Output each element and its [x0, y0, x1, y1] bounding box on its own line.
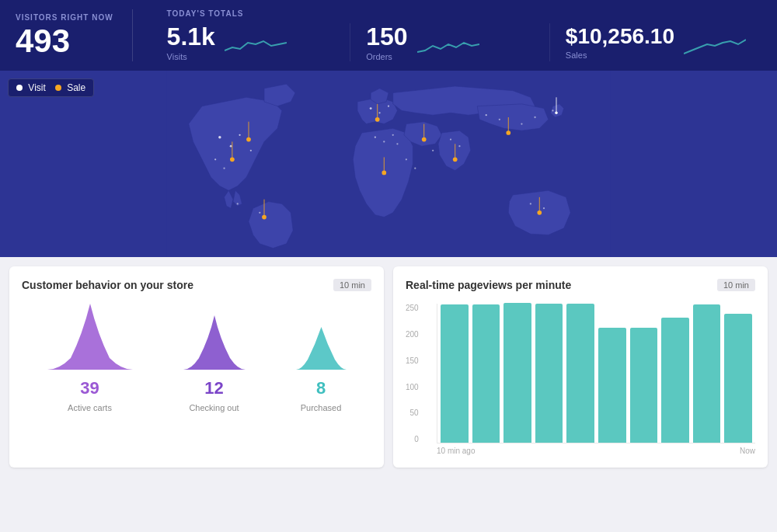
orders-sparkline	[417, 29, 479, 57]
svg-point-17	[414, 168, 416, 169]
active-carts-curve	[44, 288, 137, 374]
svg-point-25	[552, 110, 553, 111]
pageviews-header: Real-time pageviews per minute 10 min	[406, 279, 755, 291]
bar-3	[503, 303, 531, 443]
svg-point-20	[458, 145, 460, 147]
svg-point-7	[237, 203, 239, 204]
pageviews-panel: Real-time pageviews per minute 10 min 25…	[393, 266, 768, 468]
sale-legend-item: Sale	[55, 82, 85, 93]
svg-point-9	[370, 107, 372, 110]
sales-sparkline	[684, 29, 746, 57]
y-label-0: 0	[414, 435, 419, 443]
svg-point-26	[530, 203, 531, 204]
visits-value: 5.1k	[167, 23, 215, 50]
pageviews-title: Real-time pageviews per minute	[406, 279, 571, 291]
svg-point-4	[250, 150, 252, 151]
map-svg	[0, 71, 777, 257]
sales-metric: $10,256.10 Sales	[550, 23, 761, 61]
svg-point-22	[499, 119, 500, 120]
y-label-200: 200	[406, 330, 419, 339]
svg-point-33	[262, 215, 267, 220]
orders-metric: 150 Orders	[350, 23, 550, 61]
active-carts-item: 39 Active carts	[44, 288, 137, 412]
bar-6	[598, 328, 626, 443]
visitors-stat: VISITORS RIGHT NOW 493	[16, 9, 133, 61]
svg-point-45	[555, 112, 557, 114]
checking-out-curve	[179, 288, 249, 374]
purchased-label: Purchased	[301, 403, 342, 412]
svg-point-3	[239, 134, 240, 136]
svg-point-1	[218, 136, 221, 138]
visitors-value: 493	[16, 25, 113, 57]
svg-point-19	[450, 139, 451, 141]
bottom-panels: Customer behavior on your store 10 min 3…	[0, 257, 777, 477]
sales-value: $10,256.10	[566, 25, 674, 49]
svg-point-16	[406, 158, 407, 160]
orders-label: Orders	[366, 52, 407, 61]
svg-point-43	[506, 130, 510, 135]
bar-9	[693, 304, 721, 443]
bar-10	[724, 314, 752, 443]
world-map: Visit Sale	[0, 71, 777, 257]
svg-point-14	[392, 134, 394, 136]
svg-point-18	[432, 150, 434, 151]
bar-8	[661, 318, 689, 443]
y-label-50: 50	[410, 409, 419, 417]
pageviews-badge: 10 min	[717, 279, 755, 291]
svg-point-27	[543, 207, 545, 209]
pageviews-chart-wrapper: 250 200 150 100 50 0	[406, 304, 755, 455]
purchased-curve	[292, 288, 350, 374]
svg-point-39	[382, 171, 386, 176]
checking-out-label: Checking out	[189, 403, 239, 412]
bar-1	[441, 304, 469, 443]
x-axis: 10 min ago Now	[437, 443, 755, 455]
checking-out-item: 12 Checking out	[179, 288, 249, 412]
svg-point-8	[259, 212, 260, 214]
checking-out-value: 12	[204, 378, 223, 398]
svg-point-2	[230, 145, 232, 148]
visit-legend-item: Visit	[16, 82, 46, 93]
bar-2	[472, 304, 500, 443]
active-carts-label: Active carts	[68, 403, 112, 412]
bar-4	[535, 304, 563, 443]
svg-point-23	[521, 123, 522, 125]
behavior-chart: 39 Active carts 12 Checking out 8 Purcha…	[22, 304, 371, 412]
visit-dot	[16, 85, 23, 91]
svg-point-13	[383, 141, 385, 142]
y-label-250: 250	[406, 304, 419, 312]
visits-metric: 5.1k Visits	[152, 23, 351, 61]
svg-point-15	[396, 143, 398, 144]
svg-point-10	[378, 112, 380, 113]
svg-point-41	[453, 158, 458, 162]
visits-label: Visits	[167, 52, 215, 61]
visitors-label: VISITORS RIGHT NOW	[16, 13, 113, 22]
bar-7	[630, 328, 658, 443]
active-carts-value: 39	[80, 378, 99, 398]
bar-5	[566, 304, 594, 443]
purchased-item: 8 Purchased	[292, 288, 350, 412]
sale-dot	[55, 85, 61, 91]
svg-point-37	[422, 137, 427, 142]
today-totals: TODAY'S TOTALS 5.1k Visits 150 Orders	[152, 9, 761, 61]
visits-sparkline	[225, 29, 287, 57]
svg-point-35	[375, 117, 380, 122]
orders-value: 150	[366, 23, 407, 50]
y-label-150: 150	[406, 356, 419, 365]
svg-point-29	[230, 158, 235, 162]
purchased-value: 8	[316, 378, 326, 398]
bars-container	[437, 304, 755, 443]
svg-point-47	[537, 210, 542, 215]
svg-point-31	[246, 137, 251, 142]
customer-behavior-panel: Customer behavior on your store 10 min 3…	[9, 266, 384, 468]
x-label-start: 10 min ago	[437, 447, 475, 455]
svg-point-21	[486, 114, 487, 116]
svg-point-11	[388, 106, 389, 107]
y-axis: 250 200 150 100 50 0	[406, 304, 423, 443]
y-label-100: 100	[406, 383, 419, 391]
x-label-end: Now	[740, 447, 755, 455]
svg-point-6	[223, 168, 225, 169]
top-stats-bar: VISITORS RIGHT NOW 493 TODAY'S TOTALS 5.…	[0, 0, 777, 71]
svg-point-5	[214, 158, 216, 160]
sales-label: Sales	[566, 50, 674, 60]
svg-point-24	[534, 116, 535, 118]
